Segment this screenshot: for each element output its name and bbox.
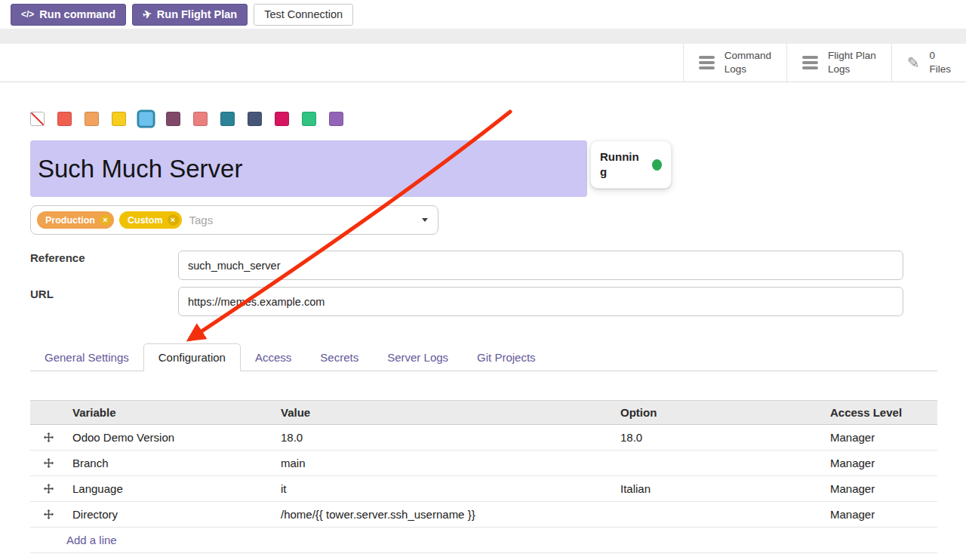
color-swatch-teal[interactable] bbox=[220, 112, 235, 126]
test-connection-button[interactable]: Test Connection bbox=[254, 4, 353, 26]
files-label: Files bbox=[929, 63, 951, 76]
drag-handle-icon[interactable] bbox=[30, 509, 66, 520]
tag-production: Production bbox=[37, 211, 114, 229]
cell-value[interactable]: 18.0 bbox=[275, 431, 614, 444]
color-swatch-salmon[interactable] bbox=[193, 112, 208, 126]
test-connection-label: Test Connection bbox=[264, 8, 343, 20]
table-row: Branch main Manager bbox=[30, 451, 937, 476]
tags-input[interactable]: Production Custom Tags bbox=[30, 205, 438, 235]
table-row: Odoo Demo Version 18.0 18.0 Manager bbox=[30, 425, 937, 451]
status-button[interactable]: Running bbox=[590, 140, 672, 189]
flight-plan-logs-label-line1: Flight Plan bbox=[828, 49, 876, 63]
code-icon: </> bbox=[21, 9, 34, 20]
header-access-level[interactable]: Access Level bbox=[824, 406, 937, 419]
cell-value[interactable]: main bbox=[275, 457, 614, 469]
status-label: Running bbox=[600, 149, 639, 180]
flight-plan-logs-label-line2: Logs bbox=[828, 63, 876, 76]
cell-variable[interactable]: Odoo Demo Version bbox=[66, 431, 275, 444]
table-row: Directory /home/{{ tower.server.ssh_user… bbox=[30, 502, 937, 528]
cell-variable[interactable]: Branch bbox=[66, 457, 275, 469]
remove-tag-icon[interactable] bbox=[100, 214, 111, 226]
cell-value[interactable]: /home/{{ tower.server.ssh_username }} bbox=[275, 508, 614, 521]
cell-option[interactable]: Italian bbox=[614, 482, 824, 495]
color-swatch-plum[interactable] bbox=[166, 112, 180, 126]
drag-handle-icon[interactable] bbox=[30, 432, 66, 443]
reference-label: Reference bbox=[30, 251, 85, 264]
url-input[interactable] bbox=[178, 287, 903, 316]
status-dot-icon bbox=[652, 159, 662, 171]
tab-access[interactable]: Access bbox=[241, 343, 306, 371]
server-form-page: { "theme": { "primary": "#6E5F9E", "link… bbox=[0, 0, 966, 560]
notebook-tabs: General Settings Configuration Access Se… bbox=[30, 343, 937, 371]
cell-variable[interactable]: Directory bbox=[66, 508, 275, 521]
header-option[interactable]: Option bbox=[614, 406, 824, 419]
cell-access[interactable]: Manager bbox=[824, 508, 937, 521]
menu-bars-icon bbox=[699, 56, 715, 69]
cell-option[interactable]: 18.0 bbox=[614, 431, 824, 444]
tags-placeholder: Tags bbox=[189, 214, 214, 226]
form-header-strip: Command Logs Flight Plan Logs ✎ 0 Files bbox=[0, 44, 966, 82]
files-count: 0 bbox=[929, 49, 951, 63]
tab-configuration[interactable]: Configuration bbox=[143, 343, 241, 371]
tab-git-projects[interactable]: Git Projects bbox=[463, 343, 550, 371]
paper-plane-icon: ✈ bbox=[142, 8, 153, 21]
command-logs-button[interactable]: Command Logs bbox=[683, 44, 786, 82]
flight-plan-logs-button[interactable]: Flight Plan Logs bbox=[786, 44, 891, 82]
color-swatch-purple[interactable] bbox=[329, 112, 343, 126]
caret-down-icon[interactable] bbox=[422, 218, 428, 222]
command-logs-label-line1: Command bbox=[724, 49, 771, 63]
remove-tag-icon[interactable] bbox=[168, 214, 179, 226]
color-swatch-green[interactable] bbox=[302, 112, 316, 126]
edit-icon: ✎ bbox=[907, 55, 920, 70]
color-swatch-navy[interactable] bbox=[248, 112, 262, 126]
command-logs-label-line2: Logs bbox=[724, 63, 771, 76]
cell-variable[interactable]: Language bbox=[66, 482, 275, 495]
header-variable[interactable]: Variable bbox=[66, 406, 275, 419]
color-picker bbox=[30, 112, 343, 126]
url-label: URL bbox=[30, 288, 54, 300]
tag-custom: Custom bbox=[119, 211, 182, 229]
drag-handle-icon[interactable] bbox=[30, 483, 66, 494]
header-value[interactable]: Value bbox=[275, 406, 614, 419]
run-command-label: Run command bbox=[39, 8, 115, 20]
run-flight-plan-label: Run Flight Plan bbox=[157, 8, 237, 20]
cell-access[interactable]: Manager bbox=[824, 482, 937, 495]
color-swatch-none[interactable] bbox=[30, 112, 45, 126]
tab-server-logs[interactable]: Server Logs bbox=[373, 343, 463, 371]
add-a-line-link[interactable]: Add a line bbox=[30, 528, 937, 553]
color-swatch-orange[interactable] bbox=[85, 112, 99, 126]
server-name-input[interactable] bbox=[30, 140, 587, 197]
separator-band bbox=[0, 29, 966, 44]
reference-input[interactable] bbox=[178, 251, 903, 280]
color-swatch-cyan-selected[interactable] bbox=[139, 112, 153, 126]
cell-value[interactable]: it bbox=[275, 482, 614, 495]
color-swatch-red[interactable] bbox=[57, 112, 72, 126]
run-command-button[interactable]: </> Run command bbox=[11, 4, 126, 26]
cell-access[interactable]: Manager bbox=[824, 457, 937, 469]
tab-secrets[interactable]: Secrets bbox=[306, 343, 373, 371]
cell-access[interactable]: Manager bbox=[824, 431, 937, 444]
menu-bars-icon bbox=[802, 56, 818, 69]
table-row: Language it Italian Manager bbox=[30, 476, 937, 502]
run-flight-plan-button[interactable]: ✈ Run Flight Plan bbox=[132, 4, 248, 26]
tag-custom-label: Custom bbox=[128, 215, 163, 226]
table-header-row: Variable Value Option Access Level bbox=[30, 400, 937, 425]
drag-handle-icon[interactable] bbox=[30, 457, 66, 469]
color-swatch-magenta[interactable] bbox=[275, 112, 289, 126]
configuration-table: Variable Value Option Access Level Odoo … bbox=[30, 400, 937, 553]
tag-production-label: Production bbox=[45, 215, 95, 226]
files-button[interactable]: ✎ 0 Files bbox=[891, 44, 966, 82]
tab-general-settings[interactable]: General Settings bbox=[30, 343, 143, 371]
top-toolbar: </> Run command ✈ Run Flight Plan Test C… bbox=[0, 0, 966, 29]
color-swatch-yellow[interactable] bbox=[112, 112, 126, 126]
